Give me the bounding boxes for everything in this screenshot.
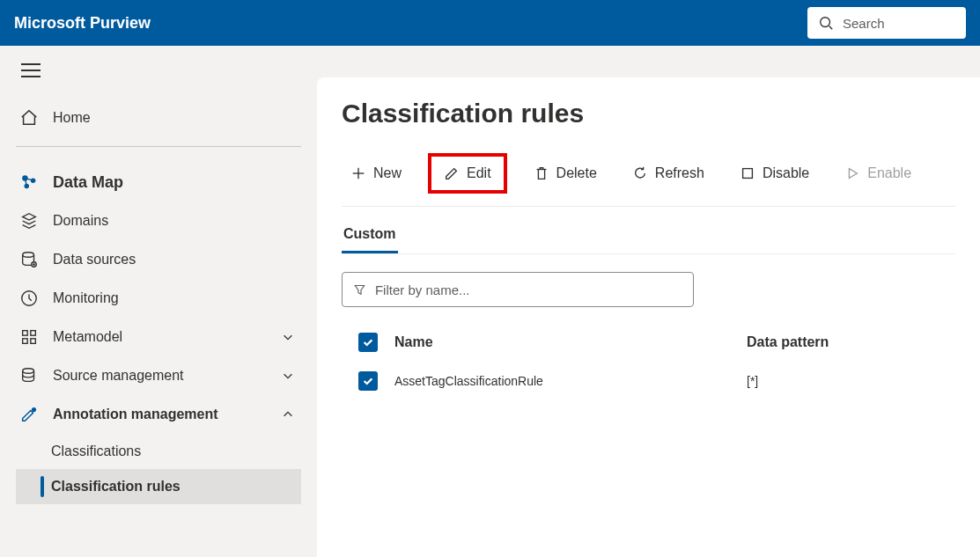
disable-label: Disable	[763, 165, 809, 181]
svg-point-7	[23, 253, 34, 258]
nav-metamodel[interactable]: Metamodel	[16, 318, 301, 356]
new-button[interactable]: New	[342, 160, 410, 187]
svg-rect-15	[31, 339, 36, 344]
nav-home-label: Home	[53, 110, 301, 126]
edit-label: Edit	[467, 165, 491, 181]
nav-annotation-management-label: Annotation management	[53, 407, 268, 422]
nav-data-sources-label: Data sources	[53, 252, 301, 268]
pencil-icon	[444, 165, 460, 181]
table-row[interactable]: AssetTagClassificationRule [*]	[342, 362, 955, 400]
nav-section-data-map[interactable]: Data Map	[16, 163, 301, 202]
check-icon	[362, 336, 374, 348]
plus-icon	[350, 165, 366, 181]
nav-classification-rules[interactable]: Classification rules	[16, 469, 301, 504]
chevron-down-icon	[282, 331, 294, 343]
filter-input[interactable]	[375, 282, 682, 297]
monitoring-icon	[19, 289, 39, 308]
svg-line-1	[829, 26, 833, 30]
nav-classifications[interactable]: Classifications	[16, 434, 301, 469]
delete-label: Delete	[556, 165, 597, 181]
play-icon	[844, 165, 860, 181]
check-icon	[362, 375, 374, 387]
edit-button[interactable]: Edit	[428, 153, 507, 194]
nav-monitoring[interactable]: Monitoring	[16, 279, 301, 318]
top-bar: Microsoft Purview	[0, 0, 980, 46]
svg-point-0	[821, 18, 830, 27]
domains-icon	[19, 211, 39, 231]
data-map-icon	[19, 172, 39, 192]
nav-domains-label: Domains	[53, 213, 301, 229]
brand-title: Microsoft Purview	[14, 14, 151, 33]
enable-button: Enable	[836, 160, 920, 187]
refresh-label: Refresh	[655, 165, 704, 181]
page-title: Classification rules	[342, 99, 955, 128]
svg-point-17	[33, 408, 36, 412]
row-checkbox[interactable]	[358, 371, 378, 391]
nav-classification-rules-label: Classification rules	[51, 479, 301, 495]
delete-button[interactable]: Delete	[525, 160, 606, 187]
chevron-up-icon	[282, 408, 294, 421]
chevron-down-icon	[282, 370, 294, 382]
new-label: New	[373, 165, 402, 181]
metamodel-icon	[19, 327, 39, 347]
svg-rect-12	[23, 331, 28, 336]
nav-annotation-management[interactable]: Annotation management	[16, 395, 301, 434]
nav-source-management-label: Source management	[53, 368, 268, 384]
divider	[16, 146, 301, 147]
sidebar: Home Data Map Domains	[0, 46, 317, 557]
column-name: Name	[394, 334, 747, 350]
data-sources-icon	[19, 250, 39, 269]
table-header: Name Data pattern	[342, 323, 955, 362]
tab-custom[interactable]: Custom	[342, 221, 398, 253]
hamburger-menu[interactable]	[21, 63, 41, 77]
enable-label: Enable	[867, 165, 911, 181]
select-all-checkbox[interactable]	[358, 333, 378, 352]
nav-metamodel-label: Metamodel	[53, 329, 268, 345]
source-management-icon	[19, 366, 39, 385]
home-icon	[19, 108, 39, 128]
annotation-icon	[19, 405, 39, 424]
rules-table: Name Data pattern AssetTagClassification…	[342, 323, 955, 400]
main-content: Classification rules New Edit	[317, 46, 980, 557]
nav-domains[interactable]: Domains	[16, 202, 301, 240]
refresh-button[interactable]: Refresh	[623, 160, 713, 187]
search-box[interactable]	[807, 7, 966, 39]
search-input[interactable]	[843, 16, 955, 31]
refresh-icon	[632, 165, 648, 181]
filter-icon	[353, 282, 366, 297]
svg-rect-13	[31, 331, 36, 336]
square-icon	[740, 165, 755, 181]
toolbar: New Edit Delete	[342, 153, 955, 207]
nav-home[interactable]: Home	[16, 99, 301, 137]
filter-box[interactable]	[342, 272, 694, 307]
column-data-pattern: Data pattern	[747, 334, 955, 350]
row-name: AssetTagClassificationRule	[394, 374, 747, 388]
search-icon	[818, 15, 834, 31]
row-pattern: [*]	[747, 374, 955, 388]
svg-rect-14	[23, 339, 28, 344]
trash-icon	[534, 165, 549, 181]
tabs: Custom	[342, 221, 955, 254]
svg-point-16	[23, 369, 34, 374]
svg-rect-20	[742, 169, 752, 179]
nav-source-management[interactable]: Source management	[16, 356, 301, 395]
content-card: Classification rules New Edit	[317, 77, 980, 557]
nav-monitoring-label: Monitoring	[53, 290, 301, 306]
nav-data-sources[interactable]: Data sources	[16, 240, 301, 279]
nav-section-label: Data Map	[53, 173, 301, 192]
disable-button[interactable]: Disable	[731, 160, 818, 187]
nav-classifications-label: Classifications	[51, 443, 301, 459]
